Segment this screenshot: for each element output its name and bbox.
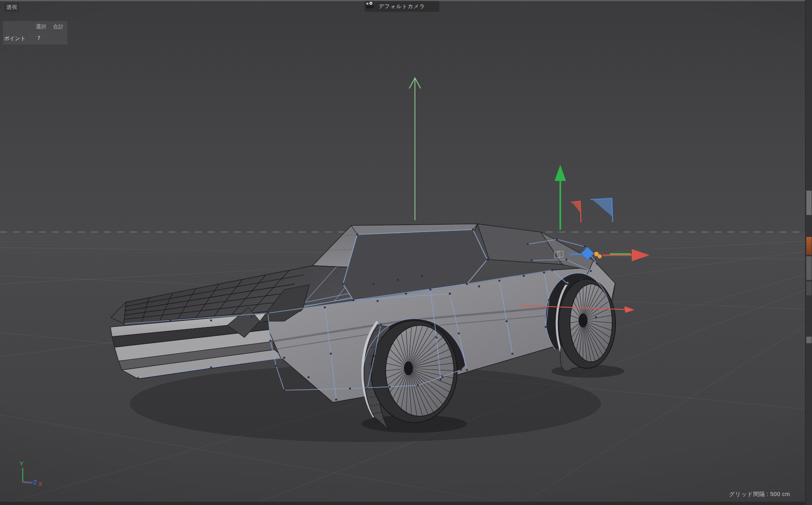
projection-label[interactable]: 透視 [4,3,19,12]
axis-triad: Y Z X [15,455,64,492]
car-wireframe-model[interactable] [0,0,812,505]
panel-fragment [806,337,812,343]
points-selected-count: 7 [37,35,40,41]
axis-y-label: Y [19,460,24,467]
points-row-label: ポイント [4,35,26,42]
selection-col-total: 合計 [53,23,64,30]
selection-col-selected: 選択 [36,23,46,30]
grid-spacing-status: グリッド間隔 : 500 cm [729,491,790,498]
axis-x-label: X [38,480,42,487]
panel-fragment [806,282,812,295]
movie-camera-icon [365,1,375,10]
panel-fragment-orange [806,237,812,255]
panel-fragment [806,256,812,280]
camera-selector[interactable]: デフォルトカメラ [365,1,439,12]
axis-z-label: Z [33,479,37,486]
camera-label: デフォルトカメラ [379,3,425,10]
bottom-window-edge [0,502,812,505]
adjacent-panel-sliver[interactable] [805,0,812,505]
panel-fragment [806,191,812,215]
selection-info-panel: 選択 合計 ポイント 7 [3,21,67,45]
viewport-3d[interactable]: 透視 デフォルトカメラ 選択 合計 ポイント 7 Y Z X グリッド間隔 : … [0,0,812,505]
